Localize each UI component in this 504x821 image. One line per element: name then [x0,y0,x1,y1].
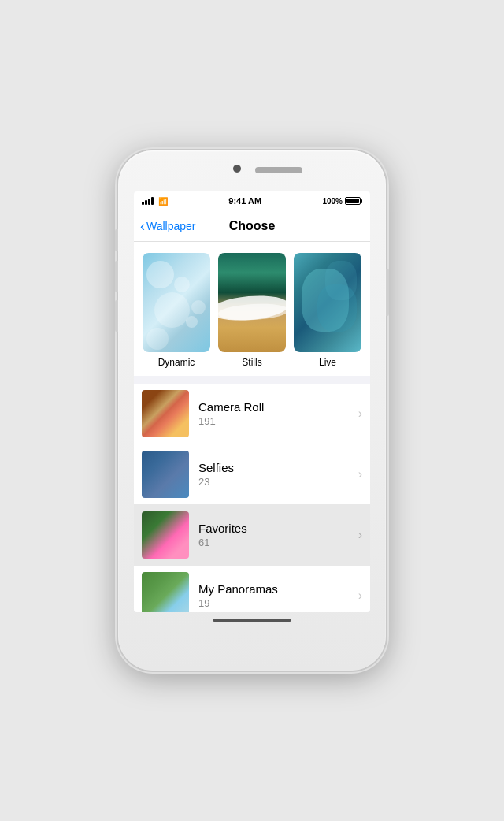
favorites-title: Favorites [198,522,358,535]
stills-label: Stills [242,357,261,368]
panoramas-info: My Panoramas 19 [198,582,358,609]
photo-albums-list: Camera Roll 191 › Selfies 23 › [134,384,370,612]
phone-frame: 📶 9:41 AM 100% ‹ Wallpaper Choose [118,150,386,671]
favorites-thumbnail [142,511,189,559]
volume-up-button[interactable] [115,261,118,292]
selfies-count: 23 [198,476,358,488]
signal-bar-1 [142,202,144,205]
wallpaper-type-live[interactable]: Live [293,253,362,368]
wallpaper-type-cards: Dynamic Stills [134,242,370,376]
battery-percent: 100% [322,197,343,206]
content-area: Dynamic Stills [134,242,370,612]
panoramas-count: 19 [198,597,358,609]
selfies-title: Selfies [198,461,358,474]
mute-button[interactable] [115,229,118,251]
screen: 📶 9:41 AM 100% ‹ Wallpaper Choose [134,191,370,612]
signal-bar-2 [145,200,147,205]
camera-roll-info: Camera Roll 191 [198,400,358,427]
page-title: Choose [229,219,276,233]
signal-bar-4 [151,197,154,205]
front-camera [233,165,241,173]
chevron-right-icon: › [358,407,362,421]
favorites-count: 61 [198,537,358,548]
signal-bar-3 [148,199,150,205]
stills-thumbnail [218,253,286,352]
status-left: 📶 [142,197,168,206]
favorites-info: Favorites 61 [198,522,358,548]
chevron-right-icon: › [358,467,362,481]
wallpaper-type-stills[interactable]: Stills [217,253,287,368]
wallpaper-type-dynamic[interactable]: Dynamic [142,253,211,368]
camera-roll-thumbnail [142,390,189,437]
panoramas-title: My Panoramas [198,582,358,596]
back-button[interactable]: ‹ Wallpaper [140,219,196,233]
nav-bar: ‹ Wallpaper Choose [134,210,370,242]
speaker [255,167,302,173]
selfies-thumbnail [142,451,189,498]
volume-down-button[interactable] [115,300,118,332]
album-my-panoramas[interactable]: My Panoramas 19 › [134,566,370,612]
home-indicator[interactable] [213,619,291,622]
selfies-info: Selfies 23 [198,461,358,488]
signal-bars [142,197,154,205]
dynamic-thumbnail [143,253,210,352]
wifi-icon: 📶 [158,197,168,206]
live-label: Live [319,357,336,368]
camera-roll-title: Camera Roll [198,400,358,414]
back-label: Wallpaper [146,220,196,232]
power-button[interactable] [386,269,389,316]
status-right: 100% [322,197,362,206]
dynamic-label: Dynamic [158,357,195,368]
album-selfies[interactable]: Selfies 23 › [134,444,370,505]
album-favorites[interactable]: Favorites 61 › [134,505,370,566]
status-time: 9:41 AM [228,196,261,206]
status-bar: 📶 9:41 AM 100% [134,191,370,210]
camera-roll-count: 191 [198,415,358,427]
chevron-right-icon: › [358,528,362,542]
panoramas-thumbnail [142,572,189,612]
album-camera-roll[interactable]: Camera Roll 191 › [134,384,370,444]
live-thumbnail [294,253,361,352]
chevron-right-icon: › [358,589,362,603]
battery-icon [345,197,362,205]
chevron-left-icon: ‹ [140,219,145,233]
section-separator [134,376,370,384]
